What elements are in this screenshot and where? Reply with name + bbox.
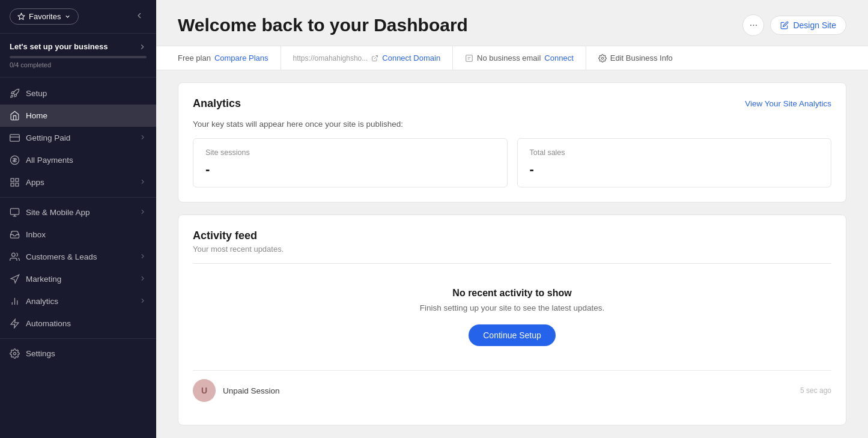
svg-rect-6 xyxy=(16,178,19,181)
sidebar-item-label-settings: Settings xyxy=(26,349,147,358)
sidebar: Favorites Let's set up your business 0/4… xyxy=(0,0,156,438)
apps-chevron xyxy=(139,178,147,187)
sidebar-item-setup[interactable]: Setup xyxy=(0,82,156,105)
sidebar-item-analytics[interactable]: Analytics xyxy=(0,290,156,312)
compare-plans-link[interactable]: Compare Plans xyxy=(214,53,269,62)
plan-label: Free plan xyxy=(178,53,211,62)
activity-feed-title: Activity feed xyxy=(193,230,831,242)
design-site-label: Design Site xyxy=(793,20,836,30)
credit-card-icon xyxy=(10,133,20,143)
analytics-card-header: Analytics View Your Site Analytics xyxy=(193,97,831,110)
sidebar-item-automations[interactable]: Automations xyxy=(0,312,156,335)
svg-point-12 xyxy=(12,253,16,257)
activity-empty-state: No recent activity to show Finish settin… xyxy=(193,263,831,370)
collapse-sidebar-button[interactable] xyxy=(132,8,147,25)
svg-rect-19 xyxy=(466,55,473,61)
megaphone-icon xyxy=(10,274,20,284)
svg-line-18 xyxy=(374,55,378,59)
main-header: Welcome back to your Dashboard ··· Desig… xyxy=(156,0,868,46)
unpaid-session-label: Unpaid Session xyxy=(223,386,280,395)
sidebar-item-home[interactable]: Home xyxy=(0,105,156,127)
continue-setup-button[interactable]: Continue Setup xyxy=(469,324,556,346)
plan-info: Free plan Compare Plans xyxy=(178,46,281,70)
sidebar-item-label-getting-paid: Getting Paid xyxy=(26,133,133,142)
analytics-card-title: Analytics xyxy=(193,97,241,110)
dollar-icon xyxy=(10,155,20,165)
sidebar-item-customers-leads[interactable]: Customers & Leads xyxy=(0,246,156,268)
favorites-label: Favorites xyxy=(29,12,61,21)
activity-empty-desc: Finish setting up your site to see the l… xyxy=(205,303,819,312)
svg-rect-5 xyxy=(11,178,14,181)
info-bar: Free plan Compare Plans https://omahahig… xyxy=(156,46,868,70)
sidebar-item-site-mobile[interactable]: Site & Mobile App xyxy=(0,201,156,224)
sidebar-item-settings[interactable]: Settings xyxy=(0,342,156,365)
activity-feed-card: Activity feed Your most recent updates. … xyxy=(178,214,846,425)
star-icon xyxy=(17,13,25,20)
sidebar-item-label-home: Home xyxy=(26,111,147,120)
site-url: https://omahahighsho... xyxy=(293,54,368,62)
sidebar-item-label-automations: Automations xyxy=(26,319,147,328)
settings-icon xyxy=(598,54,607,62)
connect-email-link[interactable]: Connect xyxy=(544,53,573,62)
customers-leads-chevron xyxy=(139,252,147,262)
stat-label-sessions: Site sessions xyxy=(205,148,495,157)
sidebar-item-marketing[interactable]: Marketing xyxy=(0,268,156,290)
sidebar-item-all-payments[interactable]: All Payments xyxy=(0,149,156,171)
grid-icon xyxy=(10,177,20,187)
chart-icon xyxy=(10,296,20,306)
svg-point-20 xyxy=(601,57,604,59)
svg-rect-9 xyxy=(10,208,19,214)
content-area: Analytics View Your Site Analytics Your … xyxy=(156,70,868,437)
view-site-analytics-link[interactable]: View Your Site Analytics xyxy=(745,99,831,108)
monitor-icon xyxy=(10,207,20,217)
sidebar-item-label-setup: Setup xyxy=(26,89,147,98)
edit-business-icon xyxy=(465,54,473,62)
no-email-label: No business email xyxy=(477,53,541,62)
sidebar-item-label-inbox: Inbox xyxy=(26,230,147,239)
external-link-icon xyxy=(371,55,378,62)
stat-card-sales: Total sales - xyxy=(517,138,832,187)
activity-row-info: Unpaid Session xyxy=(223,386,280,395)
sidebar-item-getting-paid[interactable]: Getting Paid xyxy=(0,127,156,149)
ellipsis-icon: ··· xyxy=(750,20,757,31)
activity-row-left: U Unpaid Session xyxy=(193,379,280,402)
activity-row-unpaid[interactable]: U Unpaid Session 5 sec ago xyxy=(193,370,831,410)
setup-title: Let's set up your business xyxy=(10,42,108,51)
analytics-note: Your key stats will appear here once you… xyxy=(193,120,831,129)
svg-rect-1 xyxy=(10,135,20,141)
main-content: Welcome back to your Dashboard ··· Desig… xyxy=(156,0,868,438)
avatar: U xyxy=(193,379,216,402)
svg-marker-16 xyxy=(11,319,19,327)
stats-grid: Site sessions - Total sales - xyxy=(193,138,831,187)
unpaid-session-time: 5 sec ago xyxy=(800,386,831,395)
sidebar-item-label-analytics: Analytics xyxy=(26,297,133,306)
sidebar-top: Favorites xyxy=(0,0,156,34)
more-options-button[interactable]: ··· xyxy=(742,14,764,36)
favorites-button[interactable]: Favorites xyxy=(10,8,79,25)
site-mobile-chevron xyxy=(139,208,147,217)
sidebar-item-apps[interactable]: Apps xyxy=(0,171,156,193)
sidebar-divider-1 xyxy=(0,197,156,198)
sidebar-item-label-site-mobile: Site & Mobile App xyxy=(26,208,133,217)
chevron-left-icon xyxy=(135,11,144,20)
design-site-button[interactable]: Design Site xyxy=(770,16,846,35)
sidebar-item-label-apps: Apps xyxy=(26,178,133,187)
gear-icon xyxy=(10,348,20,359)
pencil-icon xyxy=(780,21,789,29)
edit-business-info[interactable]: Edit Business Info xyxy=(586,46,685,70)
chevron-right-icon xyxy=(139,178,147,186)
domain-info: https://omahahighsho... Connect Domain xyxy=(281,46,453,70)
header-actions: ··· Design Site xyxy=(742,14,846,36)
business-setup-section[interactable]: Let's set up your business 0/4 completed xyxy=(0,34,156,78)
stat-value-sessions: - xyxy=(205,162,495,177)
chevron-right-icon xyxy=(139,275,147,282)
activity-feed-header: Activity feed Your most recent updates. xyxy=(193,230,831,254)
sidebar-item-label-customers-leads: Customers & Leads xyxy=(26,252,133,261)
sidebar-item-inbox[interactable]: Inbox xyxy=(0,224,156,246)
setup-count: 0/4 completed xyxy=(10,61,147,68)
stat-value-sales: - xyxy=(530,162,819,177)
getting-paid-chevron xyxy=(139,133,147,143)
connect-domain-link[interactable]: Connect Domain xyxy=(382,53,440,62)
edit-business-label: Edit Business Info xyxy=(610,53,673,62)
users-icon xyxy=(10,252,20,262)
